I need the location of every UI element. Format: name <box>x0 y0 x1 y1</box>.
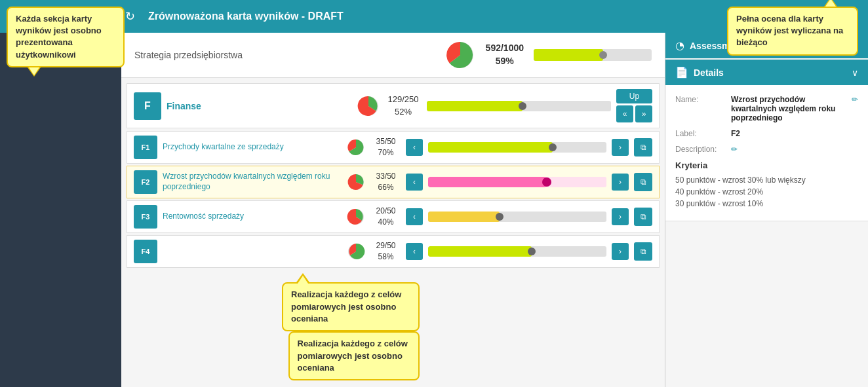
sub-f3-bar-dot <box>496 213 503 221</box>
name-value: Wzrost przychodów kwartalnych względem r… <box>731 95 845 122</box>
strategy-progress-bar <box>534 49 652 61</box>
label-value: F2 <box>731 129 858 138</box>
next-button-f[interactable]: » <box>635 105 652 122</box>
sub-f4-score: 29/50 58% <box>371 240 401 263</box>
category-f-bar-track <box>427 101 612 111</box>
sub-f1-bar-dot <box>549 143 557 151</box>
sub-name-f1[interactable]: Przychody kwartalne ze sprzedaży <box>163 142 341 153</box>
copy-button-f3[interactable]: ⧉ <box>634 208 652 226</box>
details-chevron-icon: ∨ <box>852 67 858 78</box>
details-title: Details <box>694 67 724 78</box>
sub-f3-pie <box>346 207 366 227</box>
sub-label-f1: F1 <box>134 136 157 159</box>
label-label: Label: <box>675 129 724 138</box>
strategy-score-area: 592/1000 59% <box>444 39 652 71</box>
detail-label-row: Label: F2 <box>675 129 858 138</box>
copy-button-f4[interactable]: ⧉ <box>634 242 652 261</box>
sub-f1-pie <box>346 138 366 157</box>
category-f-bar-dot <box>519 102 526 110</box>
sub-f4-bar-area <box>428 246 606 257</box>
sub-f4-pie <box>346 242 366 261</box>
tooltip-bottom: Realizacja każdego z celów pomiarowych j… <box>282 282 420 331</box>
name-label: Name: <box>675 95 724 104</box>
tooltip-bottom-center: Realizacja każdego z celów pomiarowych j… <box>288 331 420 380</box>
tooltip-bottom-overlay: Realizacja każdego z celów pomiarowych j… <box>282 282 420 331</box>
description-edit-icon[interactable]: ✏ <box>731 145 738 154</box>
detail-description-row: Description: ✏ <box>675 145 858 154</box>
description-label: Description: <box>675 145 724 154</box>
sub-row-f2: F2 Wzrost przychodów kwartalnych względe… <box>127 166 660 198</box>
category-f-score: 129/250 52% <box>385 94 422 117</box>
sub-label-f2: F2 <box>134 170 157 194</box>
sub-f2-pie <box>346 172 366 192</box>
category-f-bar-area <box>427 101 612 111</box>
strategy-bar-dot <box>599 51 607 59</box>
prev-button-f3[interactable]: ‹ <box>406 208 423 225</box>
sub-f3-score: 20/50 40% <box>371 206 401 228</box>
tooltip-top-right: Pełna ocena dla karty wyników jest wylic… <box>727 7 858 56</box>
sub-f4-bar-dot <box>528 248 536 255</box>
sub-f2-bar-track <box>428 177 606 187</box>
bubble-arrow-up-right <box>824 0 837 7</box>
sub-f3-bar-fill <box>428 212 500 222</box>
category-f-buttons: Up « » <box>616 89 652 122</box>
details-body: Name: Wzrost przychodów kwartalnych wzgl… <box>665 85 868 221</box>
strategy-title: Strategia przedsiębiorstwa <box>134 50 243 60</box>
copy-button-f1[interactable]: ⧉ <box>634 138 652 157</box>
sub-f4-bar-track <box>428 246 606 257</box>
category-name-f[interactable]: Finanse <box>167 101 351 111</box>
sub-row-f1: F1 Przychody kwartalne ze sprzedaży 35/5… <box>127 131 660 164</box>
assessment-icon: ◔ <box>675 39 684 52</box>
details-icon: 📄 <box>675 66 688 79</box>
sub-label-f3: F3 <box>134 205 157 229</box>
sub-f3-bar-track <box>428 212 606 222</box>
sub-f2-bar-dot <box>542 177 551 187</box>
strategy-header: Strategia przedsiębiorstwa 592/10 <box>121 33 665 78</box>
next-button-f1[interactable]: › <box>612 139 629 156</box>
sub-f2-bar-fill <box>428 177 546 187</box>
sub-f4-bar-fill <box>428 246 532 257</box>
sub-row-f3: F3 Rentowność sprzedaży 20/50 40% ‹ <box>127 200 660 233</box>
sub-label-f4: F4 <box>134 240 157 263</box>
next-button-f3[interactable]: › <box>612 208 629 225</box>
strategy-bar-fill <box>534 49 603 61</box>
sub-f1-bar-track <box>428 142 606 153</box>
details-section-header[interactable]: 📄 Details ∨ <box>665 60 868 85</box>
prev-button-f2[interactable]: ‹ <box>406 174 423 191</box>
sub-name-f3[interactable]: Rentowność sprzedaży <box>163 212 341 222</box>
name-edit-icon[interactable]: ✏ <box>852 95 858 104</box>
strategy-pie-chart <box>444 39 476 71</box>
next-button-f2[interactable]: › <box>612 174 629 191</box>
sub-f1-bar-area <box>428 142 606 153</box>
category-label-f: F <box>134 92 161 120</box>
prev-button-f1[interactable]: ‹ <box>406 139 423 156</box>
sub-f3-bar-area <box>428 212 606 222</box>
tooltip-top-left: Każda sekcja karty wyników jest osobno p… <box>7 7 125 67</box>
criteria-item-3: 30 punktów - wzrost 10% <box>675 199 858 208</box>
right-panel: ◔ Assessment › 📄 Details ∨ Name: Wzrost … <box>665 33 868 387</box>
up-button-f[interactable]: Up <box>616 89 652 103</box>
category-f-bar-fill <box>427 101 523 111</box>
nav-buttons-f: « » <box>616 105 652 122</box>
category-f-pie <box>357 94 380 118</box>
criteria-title: Kryteria <box>675 160 858 170</box>
main-container: Strategia przedsiębiorstwa 592/10 <box>0 33 868 387</box>
prev-button-f4[interactable]: ‹ <box>406 243 423 260</box>
prev-button-f[interactable]: « <box>616 105 633 122</box>
refresh-button[interactable]: ↻ <box>125 9 135 24</box>
sub-row-f4: F4 29/50 58% ‹ <box>127 235 660 268</box>
next-button-f4[interactable]: › <box>612 243 629 260</box>
left-sidebar <box>0 33 121 387</box>
sub-f1-bar-fill <box>428 142 553 153</box>
sub-f2-bar-area <box>428 177 606 187</box>
criteria-item-1: 50 punktów - wzrost 30% lub większy <box>675 175 858 185</box>
sub-f1-score: 35/50 70% <box>371 136 401 158</box>
category-row-f: F Finanse 129/250 52% <box>127 83 660 128</box>
strategy-score-text: 592/1000 59% <box>486 42 524 67</box>
sub-name-f2[interactable]: Wzrost przychodów kwartalnych względem r… <box>163 172 341 192</box>
copy-button-f2[interactable]: ⧉ <box>634 173 652 191</box>
bubble-top-arrow-inner <box>298 276 308 284</box>
detail-name-row: Name: Wzrost przychodów kwartalnych wzgl… <box>675 95 858 122</box>
sub-f2-score: 33/50 66% <box>371 171 401 193</box>
page-title: Zrównoważona karta wyników - DRAFT <box>148 10 344 22</box>
